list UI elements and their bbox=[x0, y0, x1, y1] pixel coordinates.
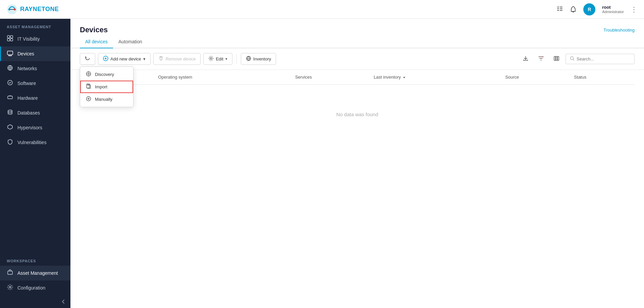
dropdown-label-import: Import bbox=[95, 84, 107, 89]
sidebar-item-hardware[interactable]: Hardware bbox=[0, 91, 70, 105]
svg-rect-10 bbox=[10, 36, 13, 38]
svg-rect-3 bbox=[557, 7, 559, 7]
svg-rect-29 bbox=[557, 56, 559, 60]
col-status: Status bbox=[571, 70, 635, 85]
sidebar-label-asset-management-ws: Asset Management bbox=[17, 270, 58, 276]
sidebar-item-asset-management-ws[interactable]: Asset Management bbox=[0, 266, 70, 280]
svg-point-2 bbox=[14, 8, 16, 10]
dropdown-item-import[interactable]: Import bbox=[80, 81, 133, 93]
columns-icon bbox=[553, 55, 559, 62]
sidebar-label-configuration: Configuration bbox=[17, 285, 45, 291]
dropdown-item-discovery[interactable]: Discovery bbox=[80, 68, 133, 81]
col-services: Services bbox=[292, 70, 370, 85]
add-new-device-button[interactable]: Add new device ▾ bbox=[98, 53, 151, 65]
plus-circle-icon bbox=[103, 56, 108, 62]
svg-point-1 bbox=[8, 8, 10, 10]
sidebar-label-networks: Networks bbox=[17, 66, 37, 71]
databases-icon bbox=[7, 109, 13, 117]
tab-automation[interactable]: Automation bbox=[113, 36, 148, 48]
sidebar-item-software[interactable]: Software bbox=[0, 76, 70, 91]
hypervisors-icon bbox=[7, 124, 13, 131]
sidebar-label-devices: Devices bbox=[17, 51, 34, 56]
svg-rect-12 bbox=[10, 39, 13, 41]
svg-rect-18 bbox=[8, 271, 12, 274]
search-icon bbox=[570, 56, 575, 62]
grid-icon[interactable] bbox=[556, 6, 563, 13]
sidebar: Asset Management IT Visibility Devices N… bbox=[0, 19, 70, 308]
tab-all-devices[interactable]: All devices bbox=[80, 36, 113, 48]
sidebar-label-software: Software bbox=[17, 81, 36, 86]
svg-rect-11 bbox=[7, 39, 10, 41]
sidebar-label-hypervisors: Hypervisors bbox=[17, 125, 42, 130]
col-services-label: Services bbox=[295, 75, 312, 80]
sidebar-label-it-visibility: IT Visibility bbox=[17, 36, 40, 42]
svg-rect-5 bbox=[557, 10, 559, 11]
sidebar-item-devices[interactable]: Devices bbox=[0, 46, 70, 61]
inventory-label: Inventory bbox=[253, 56, 271, 61]
col-source-label: Source bbox=[505, 75, 519, 80]
columns-button[interactable] bbox=[550, 53, 563, 65]
search-input[interactable] bbox=[577, 56, 630, 61]
edit-button[interactable]: Edit ▾ bbox=[203, 53, 232, 65]
dropdown-chevron-icon: ▾ bbox=[143, 56, 146, 61]
hardware-icon bbox=[7, 94, 13, 102]
add-new-device-label: Add new device bbox=[110, 56, 141, 61]
bell-icon[interactable] bbox=[570, 6, 577, 13]
svg-point-30 bbox=[571, 57, 574, 60]
table-container: Name Operating system Services Last inve… bbox=[70, 70, 644, 308]
logo-text: RAYNETONE bbox=[20, 6, 59, 13]
svg-rect-13 bbox=[7, 51, 13, 55]
col-last-inventory-label: Last inventory bbox=[374, 75, 401, 80]
logo-icon bbox=[7, 4, 17, 15]
svg-point-22 bbox=[88, 73, 89, 75]
svg-rect-9 bbox=[7, 36, 10, 38]
it-visibility-icon bbox=[7, 35, 13, 43]
sidebar-collapse-button[interactable] bbox=[0, 295, 70, 308]
tabs-bar: All devices Automation bbox=[70, 36, 644, 48]
sidebar-item-configuration[interactable]: Configuration bbox=[0, 280, 70, 295]
gear-icon bbox=[208, 56, 214, 62]
sidebar-item-networks[interactable]: Networks bbox=[0, 61, 70, 76]
sidebar-item-it-visibility[interactable]: IT Visibility bbox=[0, 32, 70, 46]
refresh-icon bbox=[85, 56, 90, 62]
page-title: Devices bbox=[80, 26, 108, 34]
filter-button[interactable] bbox=[535, 53, 547, 65]
empty-state-message: No data was found bbox=[80, 85, 635, 144]
col-last-inventory[interactable]: Last inventory bbox=[370, 70, 502, 85]
main-content: Devices Troubleshooting All devices Auto… bbox=[70, 19, 644, 308]
export-button[interactable] bbox=[519, 53, 532, 65]
col-status-label: Status bbox=[574, 75, 586, 80]
svg-point-19 bbox=[9, 287, 11, 288]
sidebar-label-databases: Databases bbox=[17, 110, 40, 116]
refresh-button[interactable] bbox=[80, 53, 95, 65]
user-info[interactable]: root Administrator bbox=[602, 5, 624, 14]
logo: RAYNETONE bbox=[7, 4, 59, 15]
sidebar-item-hypervisors[interactable]: Hypervisors bbox=[0, 120, 70, 135]
sidebar-bottom: Workspaces Asset Management Configuratio… bbox=[0, 253, 70, 308]
sidebar-item-vulnerabilities[interactable]: Vulnerabilities bbox=[0, 135, 70, 150]
troubleshooting-link[interactable]: Troubleshooting bbox=[603, 28, 635, 33]
avatar[interactable]: R bbox=[583, 3, 595, 15]
import-icon bbox=[86, 84, 92, 90]
svg-rect-28 bbox=[556, 56, 557, 60]
filter-icon bbox=[538, 55, 544, 62]
more-options-icon[interactable]: ⋮ bbox=[631, 5, 637, 13]
edit-label: Edit bbox=[216, 56, 223, 61]
col-os-label: Operating system bbox=[158, 75, 192, 80]
inventory-icon bbox=[246, 56, 251, 62]
software-icon bbox=[7, 80, 13, 87]
sidebar-label-hardware: Hardware bbox=[17, 95, 38, 101]
dropdown-item-manually[interactable]: Manually bbox=[80, 93, 133, 105]
export-icon bbox=[523, 55, 529, 62]
sidebar-section-asset-management: Asset Management bbox=[0, 19, 70, 32]
svg-point-25 bbox=[210, 58, 212, 59]
page-header: Devices Troubleshooting bbox=[70, 19, 644, 34]
inventory-button[interactable]: Inventory bbox=[241, 53, 276, 65]
sidebar-item-databases[interactable]: Databases bbox=[0, 105, 70, 120]
sidebar-workspaces-label: Workspaces bbox=[0, 253, 70, 266]
remove-device-button[interactable]: Remove device bbox=[153, 53, 201, 65]
asset-management-ws-icon bbox=[7, 269, 13, 277]
col-os: Operating system bbox=[155, 70, 292, 85]
svg-rect-6 bbox=[560, 7, 562, 7]
col-last-inventory-sort[interactable]: Last inventory bbox=[374, 75, 406, 80]
